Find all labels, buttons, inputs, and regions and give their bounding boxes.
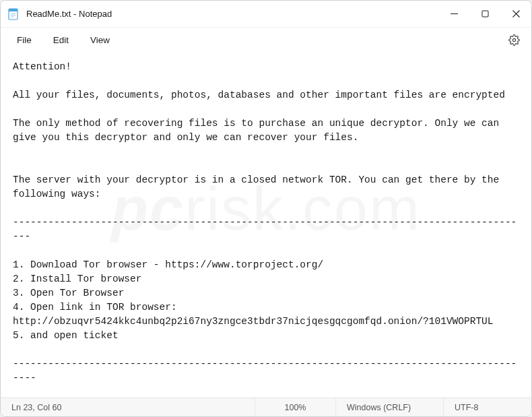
menubar: File Edit View [1,28,531,52]
status-zoom[interactable]: 100% [255,398,336,416]
window-controls [438,1,531,27]
window-title: ReadMe.txt - Notepad [26,9,112,19]
close-button[interactable] [500,1,531,27]
notepad-window: ReadMe.txt - Notepad File Edit View Atte… [0,0,532,417]
maximize-button[interactable] [469,1,500,27]
notepad-icon [7,8,20,20]
statusbar: Ln 23, Col 60 100% Windows (CRLF) UTF-8 [1,397,531,416]
svg-point-9 [512,38,515,41]
minimize-button[interactable] [438,1,469,27]
status-position: Ln 23, Col 60 [1,398,255,416]
menu-file[interactable]: File [7,31,41,49]
menu-view[interactable]: View [81,31,119,49]
document-text: Attention! All your files, documents, ph… [13,61,517,397]
menu-edit[interactable]: Edit [44,31,78,49]
text-area[interactable]: Attention! All your files, documents, ph… [1,52,531,397]
settings-button[interactable] [503,29,525,51]
titlebar: ReadMe.txt - Notepad [1,1,531,28]
svg-rect-6 [482,11,488,17]
status-encoding: UTF-8 [444,398,531,416]
svg-rect-1 [9,9,18,11]
status-line-ending: Windows (CRLF) [336,398,444,416]
